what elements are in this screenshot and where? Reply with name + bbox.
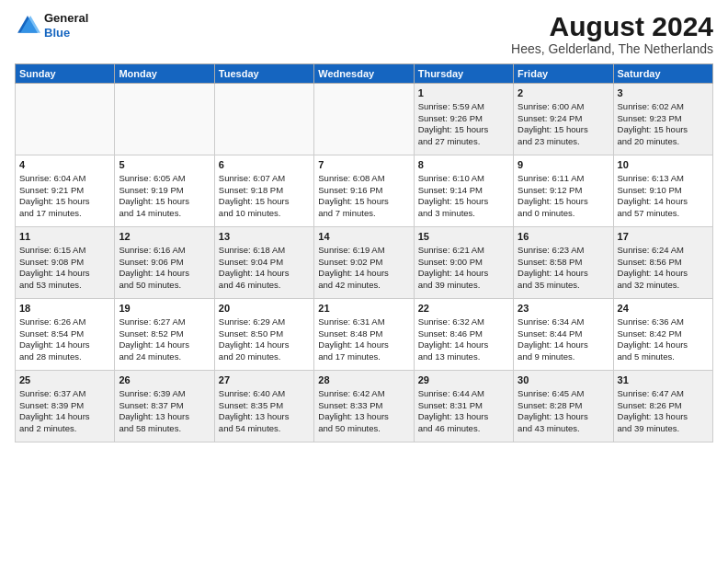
day-number: 15 [418, 230, 509, 244]
day-number: 6 [219, 158, 310, 172]
day-number: 21 [318, 302, 409, 316]
calendar-cell: 30Sunrise: 6:45 AMSunset: 8:28 PMDayligh… [514, 371, 613, 442]
calendar-cell: 14Sunrise: 6:19 AMSunset: 9:02 PMDayligh… [314, 227, 414, 299]
calendar-cell [314, 84, 414, 155]
day-number: 25 [19, 373, 110, 387]
day-number: 3 [618, 86, 709, 100]
day-number: 29 [418, 373, 509, 387]
calendar-cell: 27Sunrise: 6:40 AMSunset: 8:35 PMDayligh… [214, 371, 313, 442]
day-number: 5 [119, 158, 210, 172]
logo-line2: Blue [44, 26, 70, 40]
calendar-cell: 28Sunrise: 6:42 AMSunset: 8:33 PMDayligh… [314, 371, 414, 442]
day-number: 13 [219, 230, 310, 244]
header-row: SundayMondayTuesdayWednesdayThursdayFrid… [16, 64, 713, 84]
col-header-monday: Monday [115, 64, 214, 84]
day-number: 12 [119, 230, 210, 244]
col-header-sunday: Sunday [16, 64, 115, 84]
col-header-thursday: Thursday [414, 64, 513, 84]
day-number: 10 [618, 158, 709, 172]
calendar-cell: 17Sunrise: 6:24 AMSunset: 8:56 PMDayligh… [613, 227, 712, 299]
day-number: 2 [518, 86, 609, 100]
logo-text: General Blue [44, 11, 88, 40]
col-header-wednesday: Wednesday [314, 64, 414, 84]
week-row-5: 25Sunrise: 6:37 AMSunset: 8:39 PMDayligh… [16, 371, 713, 442]
day-number: 31 [618, 373, 709, 387]
calendar-cell: 4Sunrise: 6:04 AMSunset: 9:21 PMDaylight… [16, 155, 115, 227]
calendar-cell: 2Sunrise: 6:00 AMSunset: 9:24 PMDaylight… [514, 84, 613, 155]
day-number: 17 [618, 230, 709, 244]
calendar-cell: 10Sunrise: 6:13 AMSunset: 9:10 PMDayligh… [613, 155, 712, 227]
day-number: 26 [119, 373, 210, 387]
calendar-cell: 6Sunrise: 6:07 AMSunset: 9:18 PMDaylight… [214, 155, 313, 227]
day-number: 20 [219, 302, 310, 316]
calendar-cell [16, 84, 115, 155]
calendar-table: SundayMondayTuesdayWednesdayThursdayFrid… [15, 63, 713, 442]
subtitle: Hees, Gelderland, The Netherlands [511, 41, 713, 56]
day-number: 19 [119, 302, 210, 316]
day-number: 4 [19, 158, 110, 172]
day-number: 18 [19, 302, 110, 316]
day-number: 24 [618, 302, 709, 316]
calendar-cell: 21Sunrise: 6:31 AMSunset: 8:48 PMDayligh… [314, 299, 414, 371]
calendar-cell: 16Sunrise: 6:23 AMSunset: 8:58 PMDayligh… [514, 227, 613, 299]
week-row-3: 11Sunrise: 6:15 AMSunset: 9:08 PMDayligh… [16, 227, 713, 299]
week-row-2: 4Sunrise: 6:04 AMSunset: 9:21 PMDaylight… [16, 155, 713, 227]
day-number: 8 [418, 158, 509, 172]
calendar-cell: 18Sunrise: 6:26 AMSunset: 8:54 PMDayligh… [16, 299, 115, 371]
calendar-cell: 24Sunrise: 6:36 AMSunset: 8:42 PMDayligh… [613, 299, 712, 371]
calendar-cell: 23Sunrise: 6:34 AMSunset: 8:44 PMDayligh… [514, 299, 613, 371]
header: General Blue August 2024 Hees, Gelderlan… [15, 11, 713, 56]
calendar-cell: 25Sunrise: 6:37 AMSunset: 8:39 PMDayligh… [16, 371, 115, 442]
calendar-cell: 8Sunrise: 6:10 AMSunset: 9:14 PMDaylight… [414, 155, 513, 227]
calendar-cell: 13Sunrise: 6:18 AMSunset: 9:04 PMDayligh… [214, 227, 313, 299]
calendar-cell: 19Sunrise: 6:27 AMSunset: 8:52 PMDayligh… [115, 299, 214, 371]
logo: General Blue [15, 11, 88, 40]
calendar-cell [214, 84, 313, 155]
logo-icon [15, 13, 40, 39]
calendar-cell: 29Sunrise: 6:44 AMSunset: 8:31 PMDayligh… [414, 371, 513, 442]
title-block: August 2024 Hees, Gelderland, The Nether… [511, 11, 713, 56]
calendar-cell: 12Sunrise: 6:16 AMSunset: 9:06 PMDayligh… [115, 227, 214, 299]
calendar-cell: 5Sunrise: 6:05 AMSunset: 9:19 PMDaylight… [115, 155, 214, 227]
day-number: 16 [518, 230, 609, 244]
calendar-cell: 9Sunrise: 6:11 AMSunset: 9:12 PMDaylight… [514, 155, 613, 227]
day-number: 22 [418, 302, 509, 316]
calendar-cell: 7Sunrise: 6:08 AMSunset: 9:16 PMDaylight… [314, 155, 414, 227]
page: General Blue August 2024 Hees, Gelderlan… [0, 0, 728, 563]
col-header-saturday: Saturday [613, 64, 712, 84]
day-number: 28 [318, 373, 409, 387]
col-header-tuesday: Tuesday [214, 64, 313, 84]
col-header-friday: Friday [514, 64, 613, 84]
calendar-cell: 3Sunrise: 6:02 AMSunset: 9:23 PMDaylight… [613, 84, 712, 155]
calendar-cell: 15Sunrise: 6:21 AMSunset: 9:00 PMDayligh… [414, 227, 513, 299]
calendar-cell [115, 84, 214, 155]
day-number: 1 [418, 86, 509, 100]
day-number: 27 [219, 373, 310, 387]
day-number: 7 [318, 158, 409, 172]
calendar-cell: 1Sunrise: 5:59 AMSunset: 9:26 PMDaylight… [414, 84, 513, 155]
logo-line1: General [44, 11, 88, 25]
day-number: 23 [518, 302, 609, 316]
day-number: 14 [318, 230, 409, 244]
calendar-cell: 20Sunrise: 6:29 AMSunset: 8:50 PMDayligh… [214, 299, 313, 371]
calendar-cell: 22Sunrise: 6:32 AMSunset: 8:46 PMDayligh… [414, 299, 513, 371]
week-row-4: 18Sunrise: 6:26 AMSunset: 8:54 PMDayligh… [16, 299, 713, 371]
day-number: 30 [518, 373, 609, 387]
calendar-cell: 11Sunrise: 6:15 AMSunset: 9:08 PMDayligh… [16, 227, 115, 299]
week-row-1: 1Sunrise: 5:59 AMSunset: 9:26 PMDaylight… [16, 84, 713, 155]
month-title: August 2024 [511, 11, 713, 41]
calendar-cell: 31Sunrise: 6:47 AMSunset: 8:26 PMDayligh… [613, 371, 712, 442]
day-number: 11 [19, 230, 110, 244]
day-number: 9 [518, 158, 609, 172]
calendar-cell: 26Sunrise: 6:39 AMSunset: 8:37 PMDayligh… [115, 371, 214, 442]
